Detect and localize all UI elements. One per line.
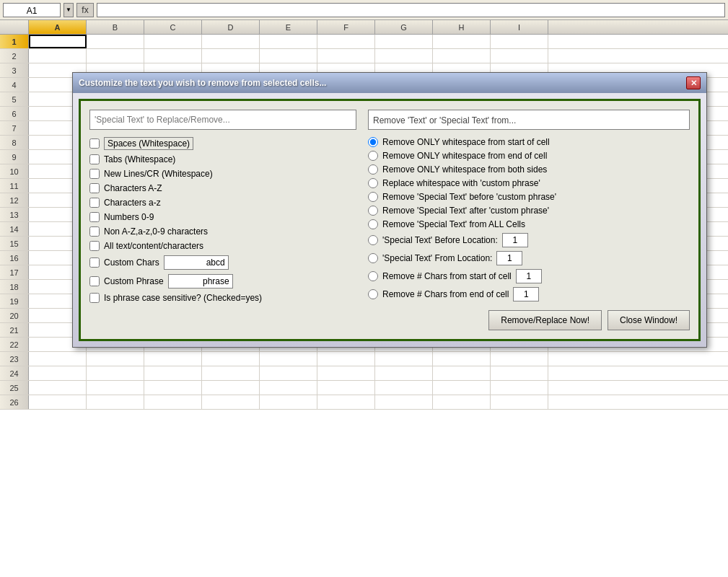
grid-cell[interactable] [29, 395, 87, 409]
grid-cell[interactable] [87, 366, 144, 380]
col-header-B[interactable]: B [87, 20, 144, 34]
cell-ref-dropdown[interactable]: ▼ [63, 3, 74, 17]
grid-cell[interactable] [491, 49, 548, 63]
grid-cell[interactable] [29, 49, 87, 63]
radio-replace-whitespace-input[interactable] [368, 178, 378, 188]
checkbox-spaces-input[interactable] [89, 138, 100, 149]
grid-cell[interactable] [375, 381, 433, 395]
checkbox-upper-input[interactable] [89, 183, 100, 193]
col-header-H[interactable]: H [433, 20, 491, 34]
radio-from-all-cells-input[interactable] [368, 219, 378, 229]
row-number-10[interactable]: 10 [0, 164, 29, 178]
grid-cell[interactable] [202, 35, 260, 48]
grid-cell[interactable] [433, 395, 491, 409]
grid-cell[interactable] [202, 49, 260, 63]
radio-after-phrase-input[interactable] [368, 206, 378, 216]
grid-cell[interactable] [144, 352, 202, 366]
grid-cell[interactable] [202, 352, 260, 366]
grid-cell[interactable] [260, 366, 317, 380]
grid-cell[interactable] [260, 352, 317, 366]
before-location-value-input[interactable] [502, 233, 528, 247]
grid-cell[interactable] [260, 49, 317, 63]
grid-cell[interactable] [491, 366, 548, 380]
checkbox-alltext-input[interactable] [89, 241, 100, 251]
row-number-5[interactable]: 5 [0, 92, 29, 106]
row-number-12[interactable]: 12 [0, 193, 29, 207]
grid-cell[interactable] [491, 352, 548, 366]
grid-cell[interactable] [144, 395, 202, 409]
grid-cell[interactable] [375, 35, 433, 48]
col-header-F[interactable]: F [317, 20, 375, 34]
grid-cell[interactable] [317, 366, 375, 380]
remove-replace-button[interactable]: Remove/Replace Now! [488, 310, 602, 330]
grid-cell[interactable] [87, 352, 144, 366]
checkbox-lower-input[interactable] [89, 198, 100, 208]
checkbox-custom-chars-input[interactable] [89, 257, 100, 268]
grid-cell[interactable] [375, 366, 433, 380]
close-window-button[interactable]: Close Window! [608, 310, 690, 330]
custom-chars-value-input[interactable] [164, 255, 229, 270]
grid-cell[interactable] [433, 49, 491, 63]
grid-cell[interactable] [491, 381, 548, 395]
grid-cell[interactable] [433, 381, 491, 395]
col-header-I[interactable]: I [491, 20, 548, 34]
row-number-8[interactable]: 8 [0, 136, 29, 149]
fx-button[interactable]: fx [76, 3, 94, 17]
grid-cell[interactable] [87, 49, 144, 63]
col-header-C[interactable]: C [144, 20, 202, 34]
row-number-2[interactable]: 2 [0, 49, 29, 63]
checkbox-case-sensitive-input[interactable] [89, 293, 100, 303]
grid-cell[interactable] [87, 395, 144, 409]
row-number-23[interactable]: 23 [0, 352, 29, 366]
checkbox-newlines-input[interactable] [89, 169, 100, 179]
radio-before-phrase-input[interactable] [368, 192, 378, 202]
col-header-A[interactable]: A [29, 20, 87, 34]
checkbox-numbers-input[interactable] [89, 212, 100, 222]
grid-cell[interactable] [317, 352, 375, 366]
radio-whitespace-end-input[interactable] [368, 151, 378, 161]
grid-cell[interactable] [29, 35, 87, 48]
row-number-9[interactable]: 9 [0, 150, 29, 164]
grid-cell[interactable] [317, 395, 375, 409]
grid-cell[interactable] [375, 49, 433, 63]
grid-cell[interactable] [433, 35, 491, 48]
col-header-D[interactable]: D [202, 20, 260, 34]
checkbox-custom-phrase-input[interactable] [89, 276, 100, 286]
radio-whitespace-both-input[interactable] [368, 164, 378, 175]
grid-cell[interactable] [375, 352, 433, 366]
radio-whitespace-start-input[interactable] [368, 137, 378, 147]
from-location-value-input[interactable] [496, 251, 522, 265]
grid-cell[interactable] [29, 352, 87, 366]
special-text-input[interactable] [89, 110, 356, 130]
grid-cell[interactable] [317, 49, 375, 63]
row-number-7[interactable]: 7 [0, 121, 29, 135]
row-number-3[interactable]: 3 [0, 63, 29, 77]
grid-cell[interactable] [29, 366, 87, 380]
row-number-26[interactable]: 26 [0, 395, 29, 409]
row-number-22[interactable]: 22 [0, 338, 29, 351]
cell-reference-box[interactable]: A1 [3, 3, 61, 17]
chars-from-start-value-input[interactable] [516, 269, 542, 283]
row-number-25[interactable]: 25 [0, 381, 29, 395]
custom-phrase-value-input[interactable] [168, 274, 233, 288]
grid-cell[interactable] [87, 35, 144, 48]
grid-cell[interactable] [260, 35, 317, 48]
grid-cell[interactable] [260, 395, 317, 409]
row-number-17[interactable]: 17 [0, 265, 29, 279]
row-number-4[interactable]: 4 [0, 78, 29, 92]
row-number-24[interactable]: 24 [0, 366, 29, 380]
grid-cell[interactable] [202, 366, 260, 380]
grid-cell[interactable] [144, 366, 202, 380]
row-number-16[interactable]: 16 [0, 251, 29, 265]
row-number-19[interactable]: 19 [0, 294, 29, 308]
row-number-20[interactable]: 20 [0, 309, 29, 322]
radio-chars-from-start-input[interactable] [368, 271, 378, 281]
grid-cell[interactable] [433, 352, 491, 366]
checkbox-nonalpha-input[interactable] [89, 226, 100, 237]
grid-cell[interactable] [29, 381, 87, 395]
grid-cell[interactable] [202, 381, 260, 395]
row-number-21[interactable]: 21 [0, 323, 29, 337]
row-number-14[interactable]: 14 [0, 222, 29, 236]
row-number-1[interactable]: 1 [0, 35, 29, 48]
grid-cell[interactable] [260, 381, 317, 395]
